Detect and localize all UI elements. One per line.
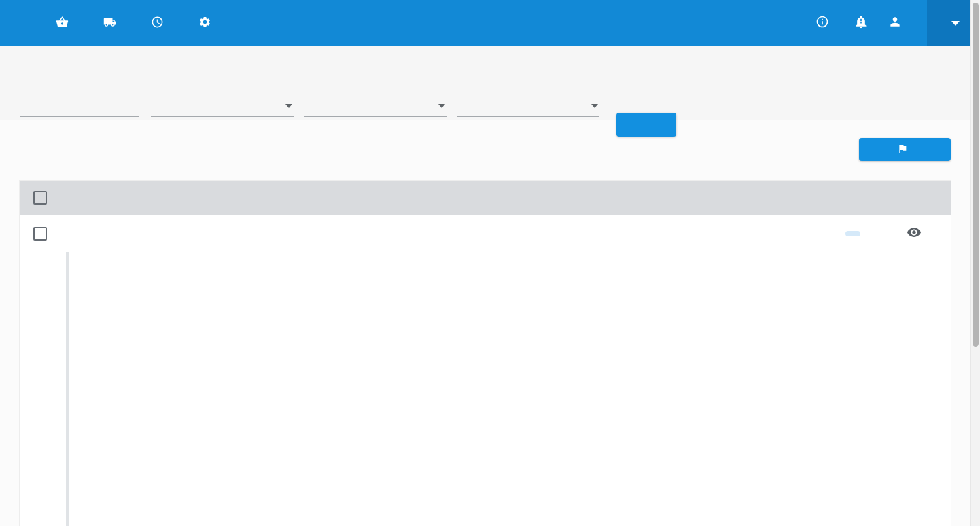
ordered-by-select[interactable] <box>457 110 599 117</box>
vertical-scrollbar[interactable] <box>970 0 980 526</box>
flags-field <box>304 105 447 117</box>
dropdown-arrow-icon <box>591 104 598 108</box>
status-field <box>151 105 294 117</box>
user-menu[interactable] <box>888 15 907 31</box>
date-input[interactable] <box>20 110 139 117</box>
flag-icon <box>897 143 908 156</box>
row-checkbox-cell <box>20 227 81 241</box>
timeline-connector <box>66 252 69 526</box>
status-select[interactable] <box>151 110 294 117</box>
basket-icon <box>56 16 69 31</box>
notifications-button[interactable] <box>854 15 868 31</box>
eye-icon <box>907 225 922 242</box>
depot-selector[interactable] <box>927 0 970 46</box>
navbar <box>0 0 970 46</box>
filter-bar <box>0 46 970 120</box>
dropdown-arrow-icon <box>438 104 445 108</box>
nav-item-orders[interactable] <box>56 0 73 46</box>
scrollbar-thumb[interactable] <box>973 3 979 347</box>
nav-item-settings[interactable] <box>198 0 216 46</box>
status-cell <box>830 228 876 239</box>
main-nav <box>56 0 216 46</box>
bell-alert-icon <box>854 15 868 31</box>
view-trip-button[interactable] <box>907 225 922 242</box>
select-all-checkbox[interactable] <box>33 191 47 205</box>
actions-cell <box>876 225 952 242</box>
flags-select[interactable] <box>304 110 447 117</box>
row-checkbox[interactable] <box>33 227 47 241</box>
info-icon <box>816 15 829 31</box>
person-icon <box>888 15 902 31</box>
status-badge <box>845 231 860 236</box>
nav-item-trips[interactable] <box>151 0 169 46</box>
date-field <box>20 105 139 117</box>
table-row[interactable] <box>20 215 951 252</box>
search-button[interactable] <box>616 113 676 137</box>
table-header-row <box>20 181 951 215</box>
finalization-button[interactable] <box>859 138 951 161</box>
header-checkbox-cell <box>20 191 81 205</box>
nav-item-schedule[interactable] <box>103 0 121 46</box>
dropdown-arrow-icon <box>285 104 292 108</box>
truck-icon <box>103 16 116 31</box>
version-button[interactable] <box>816 15 834 31</box>
gear-icon <box>198 16 211 31</box>
chevron-down-icon <box>951 21 960 26</box>
navbar-right <box>816 0 970 46</box>
clock-icon <box>151 16 164 31</box>
ordered-by-field <box>457 105 599 117</box>
trips-table-card <box>19 180 951 526</box>
